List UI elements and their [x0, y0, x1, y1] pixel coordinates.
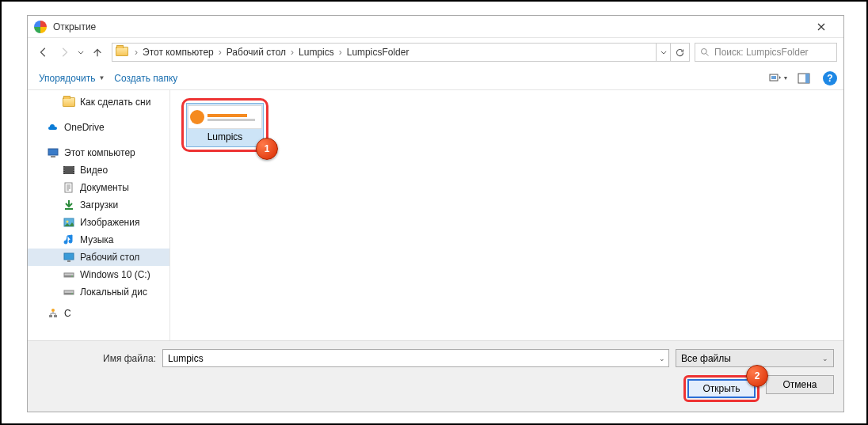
svg-rect-21: [67, 260, 70, 262]
search-input[interactable]: Поиск: LumpicsFolder: [695, 43, 837, 62]
svg-rect-17: [65, 208, 73, 210]
organize-menu[interactable]: Упорядочить ▼: [34, 70, 109, 87]
toolbar: Упорядочить ▼ Создать папку ▼ ?: [28, 66, 843, 90]
refresh-icon: [675, 47, 685, 58]
dialog-body: Как сделать сниOneDriveЭтот компьютерВид…: [28, 90, 843, 340]
crumb-3[interactable]: LumpicsFolder: [344, 47, 413, 58]
filename-value: Lumpics: [168, 353, 204, 364]
svg-point-14: [73, 169, 74, 170]
file-list[interactable]: Lumpics 1: [170, 90, 843, 340]
svg-rect-6: [51, 156, 55, 157]
drive-icon: [63, 286, 75, 298]
up-button[interactable]: [88, 43, 107, 62]
sidebar-item-рабочий-стол[interactable]: Рабочий стол: [28, 249, 169, 266]
preview-pane-button[interactable]: [793, 70, 815, 87]
music-icon: [63, 233, 75, 246]
sidebar-item-label: Загрузки: [80, 199, 118, 211]
sidebar-item-видео[interactable]: Видео: [28, 161, 169, 179]
navbar: › Этот компьютер › Рабочий стол › Lumpic…: [28, 38, 843, 66]
filename-input[interactable]: Lumpics ⌄: [162, 349, 669, 367]
svg-point-28: [51, 309, 55, 312]
window-title: Открытие: [53, 21, 805, 32]
chevron-down-icon: ⌄: [822, 355, 828, 362]
annotation-callout-2: 2: [746, 365, 768, 387]
open-button[interactable]: Открыть: [687, 379, 756, 398]
svg-rect-29: [49, 315, 52, 317]
chevron-down-icon: ⌄: [659, 355, 665, 362]
sidebar-item-label: Видео: [80, 165, 108, 176]
sidebar-item-label: Изображения: [80, 217, 139, 228]
svg-point-19: [67, 221, 69, 223]
buttons-row: Открыть 2 Отмена: [37, 375, 834, 402]
crumb-separator: ›: [289, 47, 295, 58]
search-icon: [700, 47, 710, 57]
titlebar: Открытие: [28, 16, 843, 38]
sidebar-item-изображения[interactable]: Изображения: [28, 214, 169, 231]
documents-icon: [63, 181, 75, 194]
annotation-highlight: Lumpics: [181, 98, 268, 152]
sidebar-item-onedrive[interactable]: OneDrive: [28, 119, 169, 136]
chevron-down-icon: ▼: [783, 75, 789, 81]
filetype-value: Все файлы: [681, 353, 731, 364]
sidebar-item-label: Как сделать сни: [80, 97, 150, 108]
sidebar-item-partial[interactable]: С: [28, 309, 169, 318]
open-button-label: Открыть: [702, 383, 740, 394]
back-button[interactable]: [34, 43, 53, 62]
file-preview: [188, 105, 262, 129]
sidebar: Как сделать сниOneDriveЭтот компьютерВид…: [28, 90, 170, 340]
view-options-button[interactable]: ▼: [767, 70, 790, 87]
sidebar-item-этот-компьютер[interactable]: Этот компьютер: [28, 144, 169, 161]
svg-rect-4: [805, 74, 809, 83]
desktop-icon: [63, 251, 75, 264]
refresh-button[interactable]: [670, 44, 689, 61]
close-button[interactable]: [805, 16, 837, 38]
svg-point-15: [73, 172, 74, 173]
crumb-separator: ›: [217, 47, 223, 58]
sidebar-item-label: Этот компьютер: [64, 147, 135, 158]
svg-rect-30: [54, 315, 57, 317]
crumb-separator: ›: [133, 47, 139, 58]
arrow-up-icon: [92, 47, 103, 58]
downloads-icon: [63, 199, 75, 211]
sidebar-item-локальный-дис[interactable]: Локальный дис: [28, 283, 169, 301]
file-thumbnail: Lumpics: [186, 103, 264, 147]
folder-icon: [116, 47, 130, 58]
svg-point-0: [702, 49, 707, 55]
sidebar-item-документы[interactable]: Документы: [28, 179, 169, 196]
file-item-lumpics[interactable]: Lumpics 1: [181, 98, 268, 152]
folder-icon: [63, 96, 75, 108]
new-folder-button[interactable]: Создать папку: [109, 70, 182, 87]
sidebar-item-label: Локальный дис: [80, 286, 147, 298]
svg-point-13: [73, 167, 74, 168]
crumb-1[interactable]: Рабочий стол: [223, 47, 289, 58]
preview-text: [207, 114, 260, 121]
filename-row: Имя файла: Lumpics ⌄ Все файлы ⌄: [37, 349, 834, 367]
video-icon: [63, 164, 75, 176]
crumb-2[interactable]: Lumpics: [295, 47, 337, 58]
computer-icon: [47, 146, 59, 159]
help-icon: ?: [827, 73, 832, 84]
new-folder-label: Создать папку: [114, 73, 177, 84]
sidebar-item-label: Документы: [80, 182, 129, 193]
file-label: Lumpics: [207, 129, 243, 145]
sidebar-item-windows-10-c-[interactable]: Windows 10 (C:): [28, 266, 169, 283]
drive-icon: [63, 268, 75, 281]
sidebar-item-как-сделать-сни[interactable]: Как сделать сни: [28, 93, 169, 111]
address-bar[interactable]: › Этот компьютер › Рабочий стол › Lumpic…: [112, 43, 690, 62]
annotation-callout-1: 1: [256, 138, 278, 160]
forward-button[interactable]: [55, 43, 74, 62]
crumb-0[interactable]: Этот компьютер: [139, 47, 217, 58]
address-dropdown[interactable]: [656, 44, 670, 61]
sidebar-item-загрузки[interactable]: Загрузки: [28, 196, 169, 214]
chevron-down-icon: [78, 51, 84, 55]
svg-rect-7: [63, 166, 74, 174]
cancel-button[interactable]: Отмена: [766, 375, 834, 394]
help-button[interactable]: ?: [823, 71, 837, 85]
chevron-down-icon: ▼: [98, 74, 105, 82]
preview-pane-icon: [798, 72, 810, 85]
filename-label: Имя файла:: [37, 353, 156, 364]
recent-dropdown[interactable]: [75, 43, 86, 62]
sidebar-item-музыка[interactable]: Музыка: [28, 231, 169, 249]
svg-point-10: [63, 167, 64, 168]
sidebar-item-label: OneDrive: [64, 122, 105, 133]
